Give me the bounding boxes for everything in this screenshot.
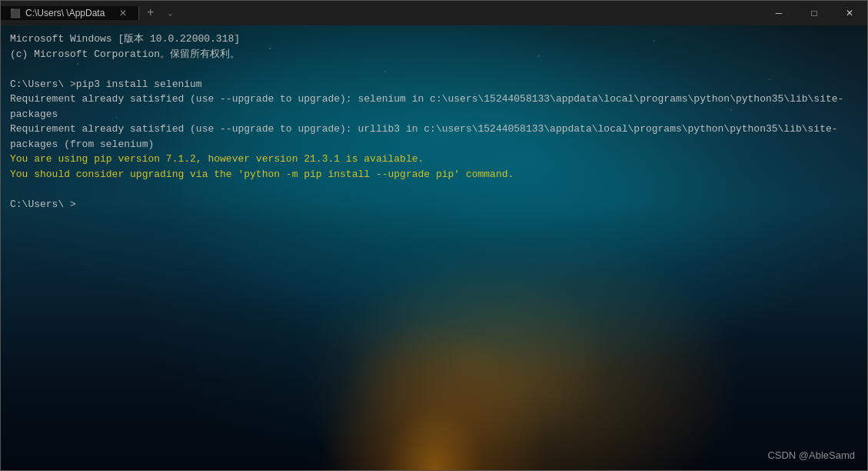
tab-area: ⬛ C:\Users\ \AppData ✕ + ⌄ [1,6,761,20]
titlebar-controls: ─ □ ✕ [761,1,867,25]
new-tab-button[interactable]: + [139,6,162,20]
tab-icon: ⬛ [10,8,21,18]
terminal-line: You should consider upgrading via the 'p… [10,167,858,182]
tab-label: C:\Users\ \AppData [25,8,112,18]
maximize-button[interactable]: □ [796,1,832,25]
terminal-line [10,182,858,197]
terminal-line: Requirement already satisfied (use --upg… [10,122,858,152]
titlebar: ⬛ C:\Users\ \AppData ✕ + ⌄ ─ □ ✕ [1,1,867,25]
terminal-line: (c) Microsoft Corporation。保留所有权利。 [10,47,858,62]
terminal-line [10,62,858,77]
terminal-body[interactable]: Microsoft Windows [版本 10.0.22000.318](c)… [1,25,867,470]
close-button[interactable]: ✕ [832,1,867,25]
terminal-line: You are using pip version 7.1.2, however… [10,152,858,167]
terminal-line: Requirement already satisfied (use --upg… [10,92,858,122]
active-tab[interactable]: ⬛ C:\Users\ \AppData ✕ [1,6,139,20]
window: ⬛ C:\Users\ \AppData ✕ + ⌄ ─ □ ✕ Microso… [0,0,868,471]
tab-dropdown-button[interactable]: ⌄ [162,6,179,20]
terminal-text-area[interactable]: Microsoft Windows [版本 10.0.22000.318](c)… [1,25,867,218]
tab-close-button[interactable]: ✕ [117,7,129,19]
terminal-line: Microsoft Windows [版本 10.0.22000.318] [10,32,858,47]
watermark: CSDN @AbleSamd [767,449,855,461]
minimize-button[interactable]: ─ [761,1,796,25]
terminal-line: C:\Users\ > [10,197,858,212]
terminal-line: C:\Users\ >pip3 install selenium [10,77,858,92]
